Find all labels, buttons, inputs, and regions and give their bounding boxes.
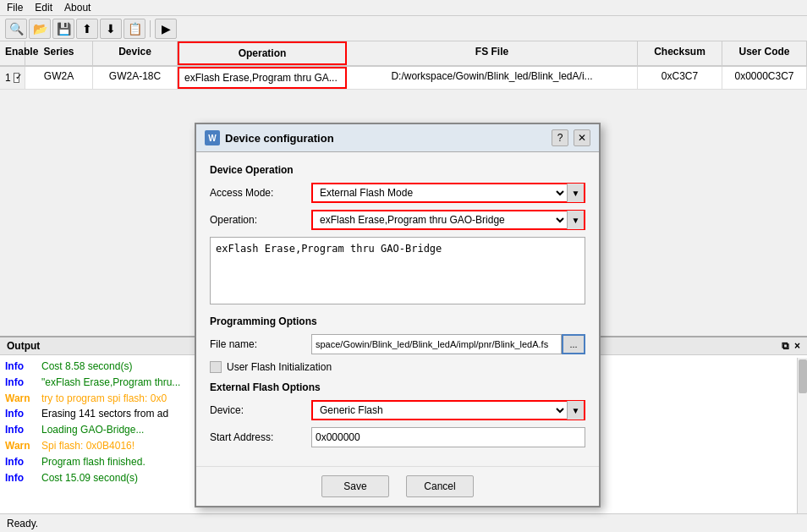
- output-title: Output: [7, 340, 40, 352]
- access-mode-select-wrapper: External Flash Mode ▼: [311, 183, 585, 203]
- log-text-1: "exFlash Erase,Program thru...: [41, 376, 180, 390]
- dialog-titlebar: W Device configuration ? ✕: [196, 124, 599, 152]
- log-text-2: try to program spi flash: 0x0: [41, 392, 167, 406]
- status-bar: Ready.: [0, 513, 807, 532]
- row-index: 1: [5, 72, 11, 84]
- start-address-input-wrapper: [311, 427, 585, 447]
- cell-device: GW2A-18C: [93, 67, 178, 89]
- table-header: Enable Series Device Operation FS File C…: [0, 41, 807, 67]
- cell-usercode: 0x0000C3C7: [722, 67, 807, 89]
- cell-operation[interactable]: exFlash Erase,Program thru GA...: [178, 67, 347, 89]
- user-flash-row: User Flash Initialization: [210, 361, 585, 373]
- row-number: 1: [0, 67, 25, 89]
- log-level-5: Warn: [5, 439, 35, 453]
- ext-device-select-wrapper: Generic Flash ▼: [311, 400, 585, 420]
- file-name-row: File name: space/Gowin/Blink_led/Blink_l…: [210, 334, 585, 354]
- log-level-2: Warn: [5, 392, 35, 406]
- cancel-button[interactable]: Cancel: [406, 475, 474, 497]
- log-level-3: Info: [5, 407, 35, 421]
- access-mode-label: Access Mode:: [210, 187, 311, 199]
- dialog-icon: W: [205, 130, 220, 145]
- col-fsfile: FS File: [347, 41, 638, 65]
- status-text: Ready.: [7, 518, 38, 529]
- file-browse-btn[interactable]: ...: [562, 334, 585, 354]
- cell-checksum: 0xC3C7: [638, 67, 722, 89]
- access-mode-select[interactable]: External Flash Mode: [313, 184, 567, 202]
- operation-select[interactable]: exFlash Erase,Program thru GAO-Bridge: [313, 211, 567, 229]
- section-external-flash: External Flash Options: [210, 381, 585, 393]
- output-float-btn[interactable]: ⧉: [782, 340, 789, 352]
- start-address-row: Start Address:: [210, 427, 585, 447]
- section-device-operation: Device Operation: [210, 164, 585, 176]
- log-text-3: Erasing 141 sectors from ad: [41, 407, 168, 421]
- toolbar-up-btn[interactable]: ⬆: [76, 19, 98, 39]
- col-usercode: User Code: [722, 41, 807, 65]
- toolbar: 🔍 📂 💾 ⬆ ⬇ 📋 ▶: [0, 16, 807, 41]
- dialog-close-btn[interactable]: ✕: [574, 129, 590, 146]
- menubar: File Edit About: [0, 0, 807, 16]
- start-address-input[interactable]: [312, 428, 585, 447]
- cell-series: GW2A: [25, 67, 93, 89]
- start-address-label: Start Address:: [210, 431, 311, 443]
- operation-label: Operation:: [210, 214, 311, 226]
- toolbar-run-btn[interactable]: ▶: [155, 19, 177, 39]
- log-level-0: Info: [5, 359, 35, 374]
- dialog-title-left: W Device configuration: [205, 130, 334, 145]
- col-checksum: Checksum: [638, 41, 722, 65]
- log-text-6: Program flash finished.: [41, 455, 145, 469]
- output-close-btn[interactable]: ×: [794, 340, 800, 352]
- log-text-0: Cost 8.58 second(s): [41, 359, 132, 374]
- row-checkbox[interactable]: [14, 73, 19, 83]
- col-enable: Enable: [0, 41, 25, 65]
- user-flash-label: User Flash Initialization: [227, 361, 332, 373]
- operation-textarea[interactable]: exFlash Erase,Program thru GAO-Bridge: [210, 237, 585, 304]
- ext-device-label: Device:: [210, 404, 311, 416]
- ext-device-arrow: ▼: [567, 401, 584, 420]
- output-scrollbar[interactable]: [797, 358, 807, 513]
- toolbar-save-btn[interactable]: 💾: [52, 19, 74, 39]
- col-series: Series: [25, 41, 93, 65]
- log-level-6: Info: [5, 455, 35, 469]
- ext-device-select[interactable]: Generic Flash: [313, 401, 567, 420]
- menu-edit[interactable]: Edit: [35, 2, 52, 14]
- log-level-1: Info: [5, 376, 35, 390]
- dialog-help-btn[interactable]: ?: [552, 129, 568, 146]
- cell-fsfile: D:/workspace/Gowin/Blink_led/Blink_ledA/…: [347, 67, 638, 89]
- dialog-footer: Save Cancel: [196, 466, 599, 506]
- operation-arrow: ▼: [567, 211, 584, 229]
- main-table-area: Enable Series Device Operation FS File C…: [0, 41, 807, 90]
- device-config-dialog: W Device configuration ? ✕ Device Operat…: [195, 123, 601, 507]
- toolbar-open-btn[interactable]: 📂: [29, 19, 51, 39]
- save-button[interactable]: Save: [321, 475, 389, 497]
- dialog-title: Device configuration: [225, 132, 334, 145]
- ext-device-row: Device: Generic Flash ▼: [210, 400, 585, 420]
- dialog-body: Device Operation Access Mode: External F…: [196, 152, 599, 466]
- user-flash-checkbox[interactable]: [210, 361, 222, 373]
- operation-row: Operation: exFlash Erase,Program thru GA…: [210, 210, 585, 230]
- table-row: 1 GW2A GW2A-18C exFlash Erase,Program th…: [0, 67, 807, 90]
- toolbar-separator: [150, 20, 151, 37]
- file-name-input[interactable]: space/Gowin/Blink_led/Blink_ledA/impl/pn…: [311, 334, 562, 354]
- col-operation: Operation: [178, 41, 347, 65]
- toolbar-down-btn[interactable]: ⬇: [100, 19, 122, 39]
- menu-about[interactable]: About: [64, 2, 91, 14]
- access-mode-row: Access Mode: External Flash Mode ▼: [210, 183, 585, 203]
- col-device: Device: [93, 41, 178, 65]
- log-text-5: Spi flash: 0x0B4016!: [41, 439, 134, 453]
- operation-select-wrapper: exFlash Erase,Program thru GAO-Bridge ▼: [311, 210, 585, 230]
- access-mode-arrow: ▼: [567, 184, 584, 202]
- scrollbar-thumb[interactable]: [799, 359, 807, 393]
- file-name-label: File name:: [210, 338, 311, 350]
- log-level-4: Info: [5, 423, 35, 437]
- log-level-7: Info: [5, 471, 35, 485]
- toolbar-copy-btn[interactable]: 📋: [124, 19, 145, 39]
- log-text-7: Cost 15.09 second(s): [41, 471, 138, 485]
- menu-file[interactable]: File: [7, 2, 23, 14]
- dialog-title-buttons: ? ✕: [552, 129, 590, 146]
- section-programming-options: Programming Options: [210, 315, 585, 327]
- log-text-4: Loading GAO-Bridge...: [41, 423, 144, 437]
- toolbar-zoom-btn[interactable]: 🔍: [5, 19, 27, 39]
